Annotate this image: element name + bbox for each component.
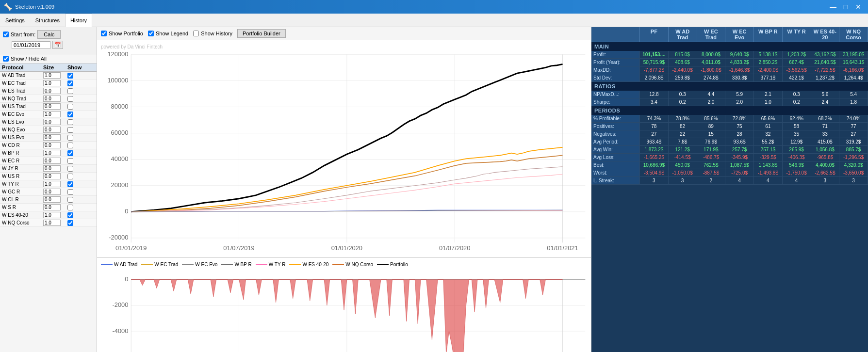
protocol-show-checkbox[interactable] <box>67 127 73 133</box>
stats-cell-6: 1,237.2$ <box>811 74 840 81</box>
legend-label: W ES 40-20 <box>302 262 328 267</box>
protocol-show-checkbox[interactable] <box>67 158 73 164</box>
svg-text:01/01/2019: 01/01/2019 <box>115 244 147 252</box>
minimize-button[interactable]: — <box>827 1 839 12</box>
protocol-show-checkbox[interactable] <box>67 197 73 203</box>
start-from-checkbox[interactable] <box>3 32 9 37</box>
protocol-size-input[interactable] <box>43 134 61 141</box>
protocol-size-input[interactable] <box>43 119 61 125</box>
protocol-show-checkbox[interactable] <box>67 80 73 86</box>
protocol-size-input[interactable] <box>43 150 61 156</box>
protocol-size-input[interactable] <box>43 127 61 133</box>
menu-history[interactable]: History <box>65 14 92 27</box>
legend-label: W AD Trad <box>114 262 137 267</box>
chart-area: Show Portfolio Show Legend Show History … <box>97 27 591 352</box>
protocol-size-input[interactable] <box>43 189 61 195</box>
stats-cell-2: 89 <box>697 123 726 130</box>
protocol-show-checkbox[interactable] <box>67 181 73 187</box>
menu-settings[interactable]: Settings <box>0 14 30 27</box>
protocol-row: W EC Trad <box>0 80 97 87</box>
legend-label: W EC Evo <box>195 262 217 267</box>
protocol-size-input[interactable] <box>43 158 61 164</box>
calc-button[interactable]: Calc <box>37 30 61 39</box>
stats-cell-3: 9,640.0$ <box>725 51 754 58</box>
stats-row-label: MaxDD: <box>591 66 640 74</box>
protocol-size-input[interactable] <box>43 142 61 148</box>
calendar-icon[interactable]: 📅 <box>52 41 63 49</box>
stats-row-label: Avg Loss: <box>591 154 640 161</box>
stats-data-row: Avg Win:1,873.2$121.2$171.9$257.7$257.1$… <box>591 146 868 154</box>
stats-cell-4: 1.0 <box>754 98 783 106</box>
show-portfolio-checkbox[interactable] <box>101 31 107 36</box>
svg-text:01/01/2021: 01/01/2021 <box>547 244 578 252</box>
protocol-size-input[interactable] <box>43 165 61 172</box>
protocol-row: W ES Trad <box>0 87 97 95</box>
protocol-show-checkbox[interactable] <box>67 150 73 156</box>
protocol-show-checkbox[interactable] <box>67 112 73 117</box>
protocol-show-checkbox[interactable] <box>67 73 73 79</box>
protocol-show-checkbox[interactable] <box>67 96 73 102</box>
stats-cell-1: 815.0$ <box>669 51 697 58</box>
stats-cell-0: 3.4 <box>640 98 669 106</box>
protocol-show-checkbox[interactable] <box>67 174 73 179</box>
protocol-show-checkbox[interactable] <box>67 88 73 94</box>
show-hide-all-row: Show / Hide All <box>0 54 97 64</box>
protocol-show-checkbox[interactable] <box>67 104 73 110</box>
show-legend-checkbox[interactable] <box>148 31 154 36</box>
protocol-size-input[interactable] <box>43 220 61 226</box>
stats-cell-3: 4 <box>725 177 754 184</box>
close-button[interactable]: ✕ <box>852 1 864 12</box>
protocol-row: W NQ Corso <box>0 219 97 227</box>
menu-structures[interactable]: Structures <box>30 14 65 27</box>
legend-label: W BP R <box>234 262 251 267</box>
protocol-name: W EC Trad <box>2 80 43 86</box>
stats-row-label: Worst: <box>591 169 640 176</box>
protocol-name: W EC Evo <box>2 112 43 117</box>
protocol-size-input[interactable] <box>43 212 61 218</box>
legend-line <box>256 264 267 265</box>
protocol-show-checkbox[interactable] <box>67 143 73 148</box>
portfolio-builder-button[interactable]: Portfolio Builder <box>237 29 286 38</box>
stats-cell-2: -486.7$ <box>697 154 726 161</box>
stats-cell-6: 2.4 <box>811 98 840 106</box>
protocol-show-checkbox[interactable] <box>67 189 73 195</box>
show-hide-all-checkbox[interactable] <box>3 56 9 62</box>
stats-cell-2: 4,011.0$ <box>697 59 726 66</box>
svg-text:0: 0 <box>125 208 128 215</box>
col-scroll <box>87 64 95 70</box>
show-history-checkbox[interactable] <box>193 31 199 36</box>
protocol-size-input[interactable] <box>43 103 61 110</box>
protocol-row: W NQ Evo <box>0 126 97 134</box>
app-title: Skeleton v.1.009 <box>15 4 54 10</box>
protocol-show-checkbox[interactable] <box>67 212 73 218</box>
protocol-size-input[interactable] <box>43 181 61 187</box>
protocol-table: W AD Trad W EC Trad W ES Trad W NQ Trad … <box>0 72 97 352</box>
stats-cell-6: 1,056.8$ <box>811 146 840 153</box>
protocol-show-checkbox[interactable] <box>67 166 73 172</box>
svg-text:120000: 120000 <box>107 50 128 58</box>
stats-row-label: NP/MaxD...: <box>591 91 640 98</box>
stats-col-header-0: PF <box>640 27 669 42</box>
protocol-show-checkbox[interactable] <box>67 220 73 226</box>
stats-cell-3: 330.8$ <box>725 74 754 81</box>
protocol-show-checkbox[interactable] <box>67 119 73 125</box>
protocol-size-input[interactable] <box>43 96 61 102</box>
stats-cell-6: 415.0$ <box>811 138 840 145</box>
protocol-show-checkbox[interactable] <box>67 135 73 141</box>
protocol-size-input[interactable] <box>43 196 61 203</box>
protocol-size-input[interactable] <box>43 72 61 79</box>
maximize-button[interactable]: □ <box>840 1 852 12</box>
protocol-size-input[interactable] <box>43 80 61 86</box>
start-from-label: Start from: <box>11 32 35 37</box>
stats-cell-5: 0.2 <box>783 98 811 106</box>
stats-cell-2: 4.4 <box>697 91 726 98</box>
protocol-size-input[interactable] <box>43 173 61 179</box>
protocol-show-checkbox[interactable] <box>67 205 73 210</box>
protocol-size-input[interactable] <box>43 111 61 117</box>
protocol-size-input[interactable] <box>43 204 61 210</box>
protocol-size-input[interactable] <box>43 88 61 94</box>
svg-text:-4000: -4000 <box>112 327 128 334</box>
date-input[interactable] <box>12 41 50 49</box>
stats-section-main: MAIN <box>591 42 868 51</box>
stats-cell-2: 762.5$ <box>697 161 726 169</box>
